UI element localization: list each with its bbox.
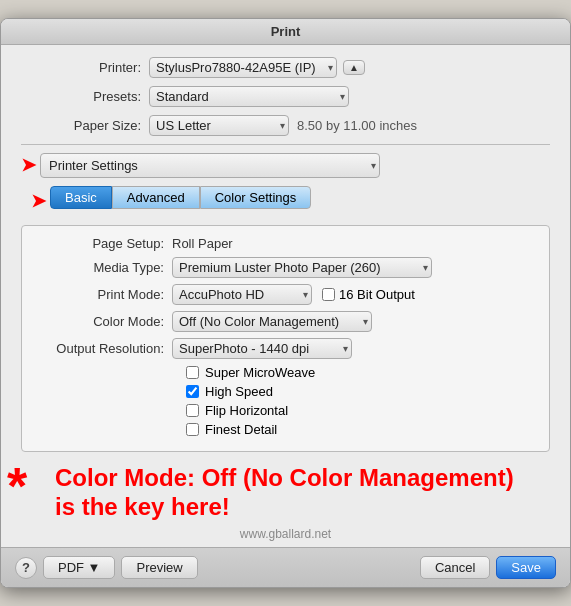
finest-detail-checkbox[interactable] bbox=[186, 423, 199, 436]
media-type-select-wrapper[interactable]: Premium Luster Photo Paper (260) bbox=[172, 257, 432, 278]
save-button[interactable]: Save bbox=[496, 556, 556, 579]
high-speed-label[interactable]: High Speed bbox=[205, 384, 273, 399]
help-button[interactable]: ? bbox=[15, 557, 37, 579]
output-res-label: Output Resolution: bbox=[34, 341, 164, 356]
flip-horizontal-row: Flip Horizontal bbox=[186, 403, 537, 418]
cancel-button[interactable]: Cancel bbox=[420, 556, 490, 579]
website-link: www.gballard.net bbox=[1, 525, 570, 547]
color-mode-select-wrapper[interactable]: Off (No Color Management) bbox=[172, 311, 372, 332]
annotation-line1: Color Mode: Off (No Color Management) bbox=[55, 464, 514, 493]
pdf-button[interactable]: PDF ▼ bbox=[43, 556, 115, 579]
printer-select[interactable]: StylusPro7880-42A95E (IP) bbox=[149, 57, 337, 78]
presets-label: Presets: bbox=[21, 89, 141, 104]
page-setup-value: Roll Paper bbox=[172, 236, 233, 251]
color-mode-label: Color Mode: bbox=[34, 314, 164, 329]
printer-label: Printer: bbox=[21, 60, 141, 75]
tab-arrow-indicator: ➤ bbox=[31, 190, 46, 212]
presets-select[interactable]: Standard bbox=[149, 86, 349, 107]
annotation-asterisk: * bbox=[7, 460, 27, 512]
high-speed-row: High Speed bbox=[186, 384, 537, 399]
super-micro-row: Super MicroWeave bbox=[186, 365, 537, 380]
page-setup-label: Page Setup: bbox=[34, 236, 164, 251]
super-micro-checkbox[interactable] bbox=[186, 366, 199, 379]
title-bar: Print bbox=[1, 19, 570, 45]
presets-select-wrapper[interactable]: Standard bbox=[149, 86, 349, 107]
output-res-select[interactable]: SuperPhoto - 1440 dpi bbox=[172, 338, 352, 359]
flip-horizontal-label[interactable]: Flip Horizontal bbox=[205, 403, 288, 418]
output-res-select-wrapper[interactable]: SuperPhoto - 1440 dpi bbox=[172, 338, 352, 359]
tab-basic[interactable]: Basic bbox=[50, 186, 112, 209]
bit16-checkbox[interactable] bbox=[322, 288, 335, 301]
annotation-area: * Color Mode: Off (No Color Management) … bbox=[1, 460, 570, 526]
printer-up-btn[interactable]: ▲ bbox=[343, 60, 365, 75]
bit16-label: 16 Bit Output bbox=[322, 287, 415, 302]
printer-select-wrapper[interactable]: StylusPro7880-42A95E (IP) bbox=[149, 57, 337, 78]
print-mode-select[interactable]: AccuPhoto HD bbox=[172, 284, 312, 305]
media-type-label: Media Type: bbox=[34, 260, 164, 275]
tab-advanced[interactable]: Advanced bbox=[112, 186, 200, 209]
super-micro-label[interactable]: Super MicroWeave bbox=[205, 365, 315, 380]
print-dialog: Print Printer: StylusPro7880-42A95E (IP)… bbox=[0, 18, 571, 589]
color-mode-select[interactable]: Off (No Color Management) bbox=[172, 311, 372, 332]
section-arrow-indicator: ➤ bbox=[21, 154, 36, 176]
footer-right: Cancel Save bbox=[420, 556, 556, 579]
window-title: Print bbox=[271, 24, 301, 39]
preview-button[interactable]: Preview bbox=[121, 556, 197, 579]
section-select-wrapper[interactable]: Printer Settings bbox=[40, 153, 380, 178]
paper-size-extra: 8.50 by 11.00 inches bbox=[297, 118, 417, 133]
finest-detail-label[interactable]: Finest Detail bbox=[205, 422, 277, 437]
high-speed-checkbox[interactable] bbox=[186, 385, 199, 398]
flip-horizontal-checkbox[interactable] bbox=[186, 404, 199, 417]
footer-bar: ? PDF ▼ Preview Cancel Save bbox=[1, 547, 570, 587]
paper-size-select-wrapper[interactable]: US Letter bbox=[149, 115, 289, 136]
footer-left: ? PDF ▼ Preview bbox=[15, 556, 198, 579]
annotation-content: Color Mode: Off (No Color Management) is… bbox=[55, 464, 514, 522]
print-mode-label: Print Mode: bbox=[34, 287, 164, 302]
settings-panel: Page Setup: Roll Paper Media Type: Premi… bbox=[21, 225, 550, 452]
print-mode-select-wrapper[interactable]: AccuPhoto HD bbox=[172, 284, 312, 305]
paper-size-label: Paper Size: bbox=[21, 118, 141, 133]
paper-size-select[interactable]: US Letter bbox=[149, 115, 289, 136]
annotation-line2: is the key here! bbox=[55, 493, 514, 522]
finest-detail-row: Finest Detail bbox=[186, 422, 537, 437]
tab-color-settings[interactable]: Color Settings bbox=[200, 186, 312, 209]
media-type-select[interactable]: Premium Luster Photo Paper (260) bbox=[172, 257, 432, 278]
section-select[interactable]: Printer Settings bbox=[40, 153, 380, 178]
